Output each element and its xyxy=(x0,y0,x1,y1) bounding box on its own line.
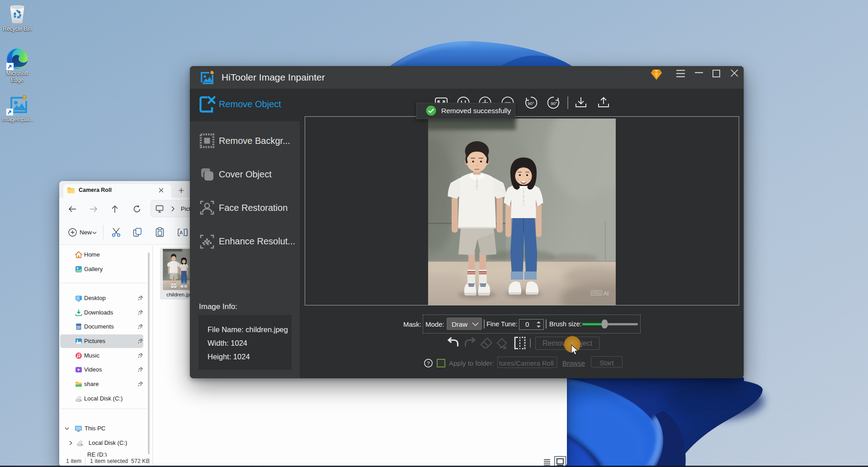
svg-text:90°: 90° xyxy=(551,101,557,106)
svg-text:90°: 90° xyxy=(528,101,534,106)
svg-text:?: ? xyxy=(427,361,429,366)
svg-text:A: A xyxy=(179,230,183,235)
